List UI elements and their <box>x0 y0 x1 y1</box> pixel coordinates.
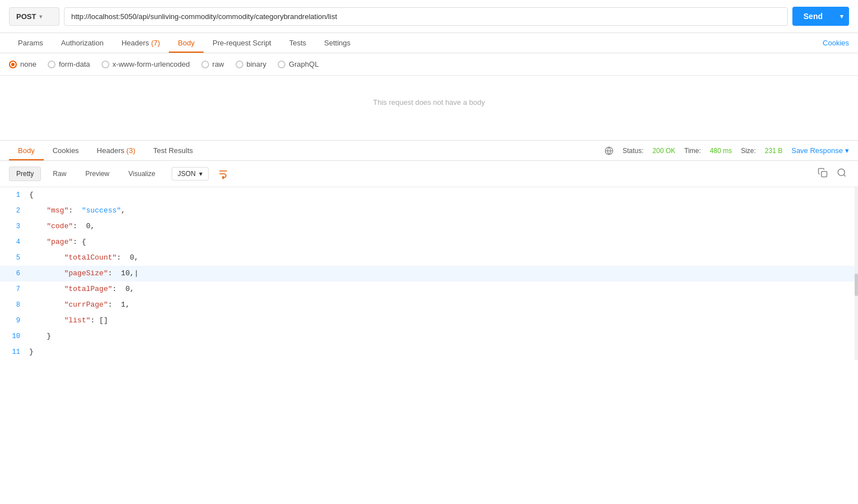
radio-raw[interactable]: raw <box>201 60 224 68</box>
size-value: 231 B <box>765 147 782 155</box>
top-bar: POST ▾ Send ▾ <box>0 0 858 33</box>
cookies-link[interactable]: Cookies <box>823 39 849 47</box>
tab-settings[interactable]: Settings <box>315 33 359 53</box>
line-content: "totalPage": 0, <box>29 281 858 297</box>
json-format-select[interactable]: JSON ▾ <box>172 167 209 181</box>
method-chevron-icon: ▾ <box>39 13 42 20</box>
line-number: 4 <box>0 234 29 250</box>
format-raw-button[interactable]: Raw <box>45 167 73 181</box>
time-label: Time: <box>684 147 701 155</box>
svg-rect-2 <box>822 172 827 177</box>
radio-none-dot <box>9 61 17 68</box>
code-line: 7 "totalPage": 0, <box>0 281 858 297</box>
line-content: "pageSize": 10, <box>29 266 858 281</box>
svg-line-4 <box>843 174 845 176</box>
line-content: "msg": "success", <box>29 203 858 219</box>
format-visualize-button[interactable]: Visualize <box>121 167 163 181</box>
code-line: 1{ <box>0 187 858 203</box>
response-headers-badge: (3) <box>126 146 135 155</box>
wrap-button[interactable] <box>213 165 233 182</box>
radio-binary-dot <box>236 61 243 68</box>
line-content: { <box>29 187 858 203</box>
code-line: 3 "code": 0, <box>0 219 858 234</box>
line-number: 1 <box>0 187 29 203</box>
radio-none[interactable]: none <box>9 60 36 68</box>
code-line: 8 "currPage": 1, <box>0 297 858 313</box>
response-format-bar: Pretty Raw Preview Visualize JSON ▾ <box>0 161 858 187</box>
response-code-area[interactable]: 1{2 "msg": "success",3 "code": 0,4 "page… <box>0 187 858 360</box>
line-content: "currPage": 1, <box>29 297 858 313</box>
format-right-actions <box>815 165 849 182</box>
line-number: 7 <box>0 281 29 297</box>
line-number: 6 <box>0 266 29 281</box>
request-tabs: Params Authorization Headers (7) Body Pr… <box>9 33 823 53</box>
url-input[interactable] <box>64 7 788 26</box>
time-value: 480 ms <box>710 147 732 155</box>
save-response-button[interactable]: Save Response ▾ <box>791 146 849 155</box>
format-pretty-button[interactable]: Pretty <box>9 167 41 181</box>
headers-badge: (7) <box>151 39 160 47</box>
globe-icon <box>605 146 613 155</box>
response-tab-headers[interactable]: Headers (3) <box>88 141 145 160</box>
no-body-message: This request does not have a body <box>0 76 858 129</box>
response-tab-body[interactable]: Body <box>9 141 44 160</box>
status-label: Status: <box>622 147 643 155</box>
save-response-chevron-icon: ▾ <box>845 146 849 155</box>
method-label: POST <box>16 12 36 21</box>
send-dropdown-icon[interactable]: ▾ <box>834 8 849 25</box>
scrollbar-thumb <box>855 274 858 296</box>
status-value: 200 OK <box>653 147 676 155</box>
code-line: 6 "pageSize": 10, <box>0 266 858 281</box>
send-button-label: Send <box>792 7 834 26</box>
cursor <box>134 269 139 278</box>
tab-tests[interactable]: Tests <box>280 33 315 53</box>
response-tabs: Body Cookies Headers (3) Test Results <box>9 141 605 160</box>
code-line: 4 "page": { <box>0 234 858 250</box>
radio-urlencoded-dot <box>102 61 109 68</box>
code-line: 5 "totalCount": 0, <box>0 250 858 266</box>
response-section: Body Cookies Headers (3) Test Results St… <box>0 140 858 360</box>
radio-form-data[interactable]: form-data <box>48 60 90 68</box>
wrap-icon <box>218 168 229 179</box>
line-content: "list": [] <box>29 313 858 329</box>
copy-icon[interactable] <box>815 165 830 182</box>
radio-graphql[interactable]: GraphQL <box>278 60 319 68</box>
code-line: 9 "list": [] <box>0 313 858 329</box>
line-number: 2 <box>0 203 29 219</box>
svg-point-3 <box>838 169 845 175</box>
line-number: 5 <box>0 250 29 266</box>
response-meta: Status: 200 OK Time: 480 ms Size: 231 B … <box>605 146 849 155</box>
tab-headers[interactable]: Headers (7) <box>113 33 169 53</box>
line-content: } <box>29 329 858 344</box>
code-line: 11} <box>0 344 858 360</box>
tab-authorization[interactable]: Authorization <box>52 33 113 53</box>
line-content: "totalCount": 0, <box>29 250 858 266</box>
line-number: 9 <box>0 313 29 329</box>
response-tab-cookies[interactable]: Cookies <box>44 141 88 160</box>
tab-pre-request[interactable]: Pre-request Script <box>204 33 280 53</box>
line-content: } <box>29 344 858 360</box>
format-preview-button[interactable]: Preview <box>78 167 117 181</box>
send-button[interactable]: Send ▾ <box>792 7 849 26</box>
radio-urlencoded[interactable]: x-www-form-urlencoded <box>102 60 190 68</box>
line-number: 11 <box>0 344 29 360</box>
response-tab-test-results[interactable]: Test Results <box>144 141 202 160</box>
line-content: "page": { <box>29 234 858 250</box>
scrollbar[interactable] <box>855 187 858 360</box>
search-icon[interactable] <box>834 165 849 182</box>
json-chevron-icon: ▾ <box>199 170 202 178</box>
response-tab-nav: Body Cookies Headers (3) Test Results St… <box>0 141 858 161</box>
line-number: 3 <box>0 219 29 234</box>
radio-binary[interactable]: binary <box>236 60 266 68</box>
body-options: none form-data x-www-form-urlencoded raw… <box>0 53 858 76</box>
code-line: 10 } <box>0 329 858 344</box>
tab-body[interactable]: Body <box>169 33 204 53</box>
line-number: 8 <box>0 297 29 313</box>
tab-params[interactable]: Params <box>9 33 52 53</box>
radio-form-data-dot <box>48 61 56 68</box>
request-tab-nav: Params Authorization Headers (7) Body Pr… <box>0 33 858 53</box>
line-content: "code": 0, <box>29 219 858 234</box>
method-select[interactable]: POST ▾ <box>9 7 59 26</box>
code-line: 2 "msg": "success", <box>0 203 858 219</box>
size-label: Size: <box>741 147 756 155</box>
